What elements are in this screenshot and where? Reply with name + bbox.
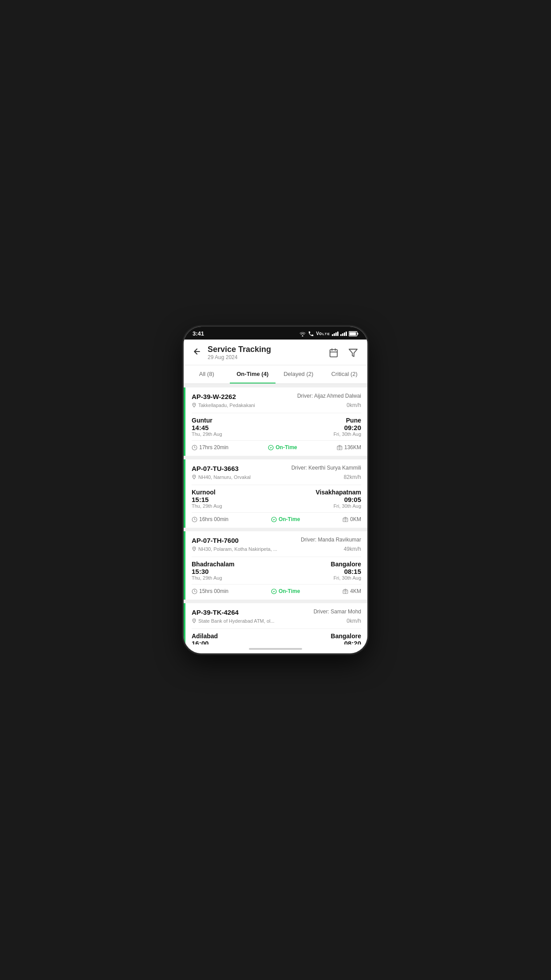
status-bar: 3:41 VoLTE [184, 327, 367, 340]
home-indicator [249, 648, 302, 650]
to-time: 08:20 [331, 640, 361, 644]
from-date: Thu, 29th Aug [192, 503, 222, 509]
tab-all[interactable]: All (8) [184, 365, 230, 383]
map-icon [342, 589, 348, 594]
status-badge: On-Time [271, 516, 300, 522]
to-info: Visakhapatnam 09:05 Fri, 30th Aug [316, 489, 361, 509]
location-row: NH40, Narnuru, Orvakal 82km/h [192, 474, 361, 480]
from-info: Adilabad 16:00 Thu, 29th Aug [192, 632, 222, 644]
from-info: Guntur 14:45 Thu, 29th Aug [192, 417, 222, 437]
tabs-container: All (8) On-Time (4) Delayed (2) Critical… [184, 365, 367, 384]
service-card[interactable]: AP-07-TH-7600 Driver: Manda Ravikumar NH… [184, 531, 367, 600]
tab-delayed[interactable]: Delayed (2) [276, 365, 322, 383]
driver-name: Driver: Manda Ravikumar [301, 537, 361, 543]
service-card[interactable]: AP-39-W-2262 Driver: Aijaz Ahmed Dalwai … [184, 387, 367, 456]
from-date: Thu, 29th Aug [192, 575, 234, 581]
calendar-icon [329, 348, 338, 358]
card-bottom-row: 17hrs 20min On-Time [192, 440, 361, 450]
driver-name: Driver: Samar Mohd [314, 609, 361, 615]
from-city: Guntur [192, 417, 222, 424]
to-date: Fri, 30th Aug [334, 431, 361, 437]
service-list: AP-39-W-2262 Driver: Aijaz Ahmed Dalwai … [184, 384, 367, 644]
clock-icon [192, 445, 197, 450]
card-top-row: AP-39-TK-4264 Driver: Samar Mohd [192, 609, 361, 616]
pin-icon [192, 618, 197, 624]
from-time: 16:00 [192, 640, 222, 644]
phone-screen: 3:41 VoLTE [184, 327, 367, 653]
from-date: Thu, 29th Aug [192, 431, 222, 437]
to-time: 08:15 [331, 568, 361, 575]
signal-bars-2 [340, 332, 347, 336]
to-city: Bangalore [331, 632, 361, 640]
route-row: Adilabad 16:00 Thu, 29th Aug Bangalore 0… [192, 628, 361, 644]
from-time: 15:30 [192, 568, 234, 575]
check-circle-icon [271, 517, 277, 522]
speed: 49km/h [344, 546, 361, 552]
from-city: Adilabad [192, 632, 222, 640]
location-row: State Bank of Hyderabad ATM, ol... 0km/h [192, 618, 361, 624]
card-bottom-row: 16hrs 00min On-Time [192, 512, 361, 522]
distance: 4KM [342, 588, 361, 594]
card-bottom-row: 15hrs 00min On-Time [192, 584, 361, 594]
status-badge: On-Time [268, 444, 297, 450]
duration: 15hrs 00min [192, 588, 228, 594]
status-time: 3:41 [193, 330, 204, 337]
location-text: Takkellapadu, Pedakakani [192, 403, 255, 408]
to-info: Pune 09:20 Fri, 30th Aug [334, 417, 361, 437]
calendar-button[interactable] [327, 346, 341, 360]
header-title-group: Service Tracking 29 Aug 2024 [208, 345, 271, 360]
clock-icon [192, 517, 197, 522]
map-icon [337, 445, 342, 450]
map-icon [342, 517, 348, 522]
filter-icon [348, 348, 358, 358]
service-card[interactable]: AP-39-TK-4264 Driver: Samar Mohd State B… [184, 603, 367, 644]
filter-button[interactable] [346, 346, 360, 360]
svg-marker-7 [349, 349, 357, 356]
to-date: Fri, 30th Aug [316, 503, 361, 509]
to-date: Fri, 30th Aug [331, 575, 361, 581]
svg-point-22 [193, 548, 194, 549]
signal-text: VoLTE [316, 331, 330, 336]
from-info: Bhadrachalam 15:30 Thu, 29th Aug [192, 561, 234, 581]
to-info: Bangalore 08:20 Fri, 30th Aug [331, 632, 361, 644]
to-time: 09:20 [334, 424, 361, 431]
duration: 17hrs 20min [192, 444, 228, 450]
location-text: NH30, Polaram, Kotha Nakiripeta, ... [192, 546, 277, 552]
location-text: NH40, Narnuru, Orvakal [192, 474, 251, 480]
from-time: 15:15 [192, 496, 222, 503]
svg-rect-1 [358, 333, 358, 335]
wifi-icon [299, 331, 306, 336]
route-row: Kurnool 15:15 Thu, 29th Aug Visakhapatna… [192, 485, 361, 509]
tab-ontime[interactable]: On-Time (4) [230, 365, 276, 383]
vehicle-number: AP-07-TU-3663 [192, 465, 239, 472]
tab-critical[interactable]: Critical (2) [322, 365, 368, 383]
svg-point-29 [193, 620, 194, 620]
to-city: Visakhapatnam [316, 489, 361, 496]
from-time: 14:45 [192, 424, 222, 431]
speed: 0km/h [346, 402, 361, 408]
speed: 0km/h [346, 618, 361, 624]
to-time: 09:05 [316, 496, 361, 503]
from-city: Bhadrachalam [192, 561, 234, 568]
back-button[interactable] [191, 345, 203, 360]
distance: 0KM [342, 516, 361, 522]
location-row: NH30, Polaram, Kotha Nakiripeta, ... 49k… [192, 546, 361, 552]
svg-rect-3 [330, 349, 338, 357]
header-icons [327, 346, 360, 360]
clock-icon [192, 589, 197, 594]
route-row: Bhadrachalam 15:30 Thu, 29th Aug Bangalo… [192, 557, 361, 581]
vehicle-number: AP-39-W-2262 [192, 393, 236, 400]
pin-icon [192, 403, 197, 408]
battery-icon [349, 331, 358, 336]
svg-point-8 [193, 404, 194, 405]
bottom-bar [184, 644, 367, 653]
vehicle-number: AP-39-TK-4264 [192, 609, 239, 616]
call-icon [308, 331, 314, 337]
service-card[interactable]: AP-07-TU-3663 Driver: Keerthi Surya Kamm… [184, 459, 367, 528]
phone-frame: 3:41 VoLTE [184, 327, 367, 653]
header-date: 29 Aug 2024 [208, 354, 271, 360]
to-city: Bangalore [331, 561, 361, 568]
location-row: Takkellapadu, Pedakakani 0km/h [192, 402, 361, 408]
from-city: Kurnool [192, 489, 222, 496]
location-text: State Bank of Hyderabad ATM, ol... [192, 618, 275, 624]
